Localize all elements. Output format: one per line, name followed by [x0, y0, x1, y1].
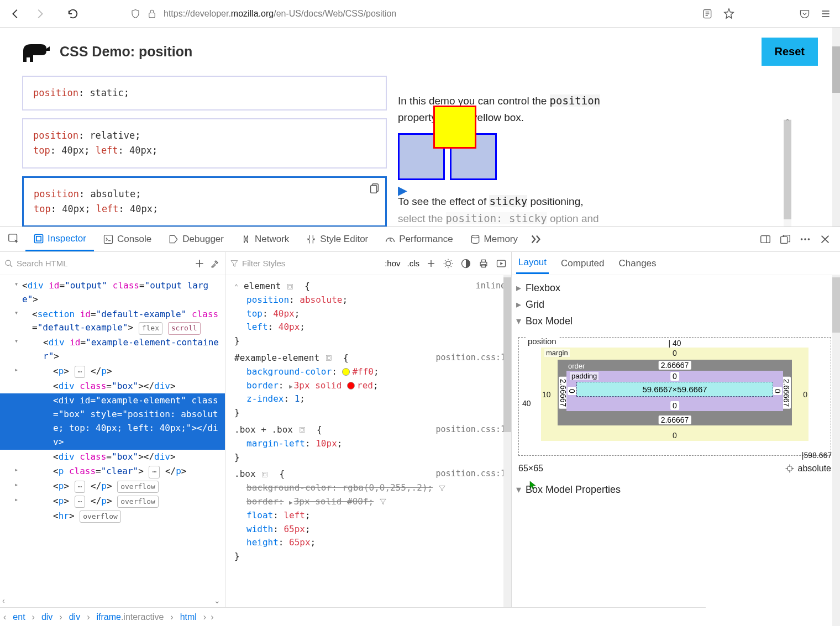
code-option-static[interactable]: position: static;	[22, 76, 387, 111]
section-flexbox[interactable]: ▸Flexbox	[516, 280, 833, 296]
tab-inspector[interactable]: Inspector	[25, 228, 94, 251]
html-tree[interactable]: ▾<div id="output" class="output large"> …	[0, 275, 225, 617]
svg-rect-11	[35, 234, 43, 243]
tab-memory[interactable]: Memory	[462, 228, 526, 250]
svg-rect-39	[326, 356, 331, 361]
pick-element-button[interactable]	[3, 228, 24, 251]
search-html-input[interactable]: Search HTML	[4, 259, 190, 268]
reset-button[interactable]: Reset	[762, 38, 818, 66]
filter-icon[interactable]	[438, 485, 446, 492]
svg-line-22	[10, 265, 12, 267]
url-bar[interactable]: https://developer.mozilla.org/en-US/docs…	[124, 9, 691, 19]
svg-rect-17	[781, 236, 788, 243]
styles-rules[interactable]: inline ⌃ element { position: absolute; t…	[225, 275, 511, 626]
console-icon	[103, 234, 114, 245]
section-boxmodel-props[interactable]: ▾Box Model Properties	[516, 481, 833, 498]
filter-icon[interactable]	[379, 498, 387, 506]
svg-rect-9	[371, 185, 377, 193]
media-icon[interactable]	[496, 258, 507, 269]
print-icon[interactable]	[478, 258, 489, 269]
svg-rect-40	[327, 357, 330, 360]
memory-icon	[470, 234, 481, 245]
boxmodel-mode: absolute	[798, 464, 832, 474]
back-button[interactable]	[9, 7, 22, 20]
inline-source: inline	[476, 280, 506, 292]
svg-rect-38	[289, 285, 292, 288]
section-boxmodel[interactable]: ▾Box Model	[516, 313, 833, 329]
tab-style-editor[interactable]: Style Editor	[298, 228, 376, 250]
reader-icon[interactable]	[702, 8, 713, 19]
svg-rect-41	[300, 428, 305, 433]
close-icon[interactable]	[819, 233, 831, 245]
pocket-icon[interactable]	[799, 8, 810, 19]
svg-rect-43	[262, 472, 267, 477]
preview-scrollbar[interactable]: ⌃ ⌄	[784, 119, 791, 227]
eyedropper-icon[interactable]	[209, 258, 221, 269]
cls-toggle[interactable]: .cls	[407, 259, 420, 268]
svg-rect-13	[104, 235, 112, 244]
light-mode-icon[interactable]	[443, 258, 454, 269]
hov-toggle[interactable]: :hov	[385, 259, 400, 268]
demo-preview: In this demo you can control the positio…	[398, 76, 636, 227]
menu-icon[interactable]	[820, 8, 831, 19]
boxmodel-size: 65×65	[518, 464, 543, 474]
inspector-icon	[33, 233, 44, 244]
code-option-absolute[interactable]: position: absolute; top: 40px; left: 40p…	[22, 176, 387, 227]
svg-point-23	[446, 261, 450, 265]
selected-node[interactable]: <div id="example-element" class="box" st…	[0, 393, 225, 449]
tab-performance[interactable]: Performance	[377, 228, 460, 250]
browser-toolbar: https://developer.mozilla.org/en-US/docs…	[0, 0, 840, 28]
breadcrumb[interactable]: ‹ ent› div› div› iframe.interactive› htm…	[0, 607, 706, 626]
layout-pane: Layout Computed Changes ▸Flexbox ▸Grid ▾…	[512, 252, 840, 626]
svg-point-21	[6, 260, 11, 265]
expand-triangle-icon[interactable]: ▶	[398, 183, 407, 198]
url-text: https://developer.mozilla.org/en-US/docs…	[164, 9, 396, 19]
svg-rect-34	[482, 260, 486, 262]
styles-pane: Filter Styles :hov .cls inline ⌃ element…	[225, 252, 512, 626]
forward-button[interactable]	[33, 7, 46, 20]
svg-point-20	[808, 238, 810, 240]
funnel-icon	[230, 259, 239, 268]
copy-icon[interactable]	[369, 182, 381, 194]
search-icon	[4, 259, 13, 268]
svg-rect-0	[149, 13, 155, 17]
svg-point-19	[804, 238, 806, 240]
box-model-diagram[interactable]: position | 40 40 margin 0 0 0 10 order 2…	[516, 335, 833, 476]
tab-debugger[interactable]: Debugger	[160, 228, 232, 250]
add-rule-icon[interactable]	[426, 259, 436, 269]
bookmark-icon[interactable]	[723, 8, 735, 20]
demo-text-2: To see the effect of sticky positioning,…	[398, 193, 636, 227]
svg-line-28	[445, 260, 445, 261]
devtools: Inspector Console Debugger Network Style…	[0, 227, 840, 626]
layout-tab-computed[interactable]: Computed	[559, 254, 606, 273]
tab-console[interactable]: Console	[95, 228, 159, 250]
contrast-icon[interactable]	[460, 258, 471, 269]
tab-network[interactable]: Network	[233, 228, 297, 250]
svg-line-29	[451, 266, 452, 266]
filter-styles-input[interactable]: Filter Styles	[230, 259, 378, 268]
layout-scrollbar[interactable]	[832, 275, 840, 626]
performance-icon	[385, 234, 396, 245]
tabs-overflow[interactable]	[527, 229, 545, 250]
layout-tab-layout[interactable]: Layout	[516, 252, 549, 274]
svg-rect-15	[761, 236, 770, 243]
lock-icon	[147, 9, 157, 19]
demo-boxes	[398, 133, 636, 183]
svg-point-14	[471, 235, 479, 238]
code-option-relative[interactable]: position: relative; top: 40px; left: 40p…	[22, 118, 387, 168]
dock-window-icon[interactable]	[779, 233, 791, 245]
reload-button[interactable]	[66, 7, 80, 20]
page-scrollbar[interactable]	[832, 28, 840, 227]
section-grid[interactable]: ▸Grid	[516, 296, 833, 313]
box-yellow	[433, 106, 476, 149]
svg-rect-37	[287, 284, 292, 289]
svg-line-31	[451, 260, 452, 261]
layout-tab-changes[interactable]: Changes	[616, 254, 658, 273]
add-node-icon[interactable]	[194, 258, 205, 269]
more-icon[interactable]	[799, 233, 811, 245]
debugger-icon	[168, 234, 179, 245]
dock-side-icon[interactable]	[759, 233, 771, 245]
crosshair-icon[interactable]	[785, 464, 795, 474]
shield-icon	[130, 9, 140, 19]
styles-scrollbar[interactable]	[503, 275, 511, 626]
